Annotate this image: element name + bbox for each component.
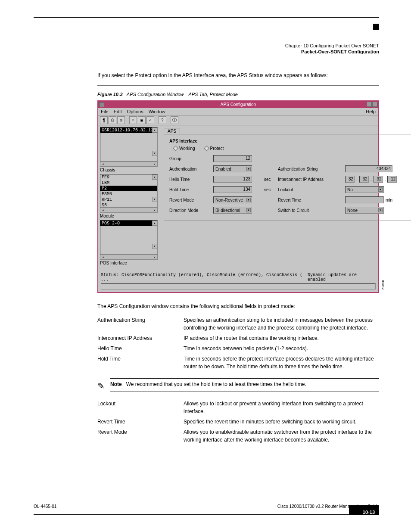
intro-paragraph: If you select the Protect option in the … <box>97 72 379 79</box>
module-label: Module <box>100 214 158 218</box>
ip-octet-4[interactable]: 12 <box>387 176 397 183</box>
auth-select[interactable]: Enabled▾ <box>213 165 252 172</box>
scroll-up-icon[interactable]: ▴ <box>152 128 157 133</box>
scroll-down-icon[interactable]: ▾ <box>152 244 157 249</box>
intro-text: If you select the Protect option in the … <box>97 72 379 79</box>
aps-interface-heading: APS Interface <box>169 139 411 143</box>
window-title: APS Configuration <box>221 102 256 107</box>
toolbar-btn-6[interactable]: ✓ <box>146 116 154 124</box>
field-table-2: LockoutAllows you to lockout or prevent … <box>97 400 379 444</box>
footer-left: OL-4455-01 <box>34 504 56 509</box>
field-desc: Time in seconds before the protect inter… <box>184 355 379 370</box>
window-titlebar: APS Configuration <box>98 101 378 108</box>
list-item[interactable]: FE9 <box>100 174 157 180</box>
status-bar: Status: CiscoPOSFunctionality (errored),… <box>98 271 378 283</box>
revert-time-input[interactable] <box>345 196 384 203</box>
ip-octet-1[interactable]: 32 <box>345 176 355 183</box>
menu-file[interactable]: File <box>101 109 109 114</box>
page-number: 10-13 <box>363 510 375 515</box>
list-item[interactable]: LBM <box>100 180 157 186</box>
divider <box>97 85 379 86</box>
status-right: Dynamic updates are enabled <box>308 273 376 282</box>
note-label: Note <box>110 381 122 387</box>
list-item[interactable]: P2 <box>100 186 157 191</box>
chevron-down-icon: ▾ <box>378 208 383 212</box>
menu-edit[interactable]: Edit <box>114 109 122 114</box>
figure-caption: Figure 10-3 APS Configuration Window—APS… <box>97 92 379 97</box>
revert-mode-select[interactable]: Non-Revertive▾ <box>213 196 252 203</box>
list-item[interactable]: S5 <box>100 202 157 207</box>
chassis-listbox[interactable]: FE9 LBM P2 PSM0 RP11 S5 ▴ ▾ <box>100 174 158 208</box>
switch-to-circuit-select[interactable]: None▾ <box>345 207 384 214</box>
toolbar-btn-1[interactable]: ¶ <box>100 116 108 124</box>
list-item[interactable]: GSR12012-10.76.82.139 <box>100 128 157 133</box>
field-desc: Time in seconds between hello packets (1… <box>184 345 379 352</box>
toolbar: ¶ ⎙ ✉ ≡ ▣ ✓ ? ⓘ <box>98 115 378 125</box>
menu-window[interactable]: Window <box>149 109 165 114</box>
hold-unit: sec <box>264 187 274 192</box>
toolbar-btn-3[interactable]: ✉ <box>117 116 125 124</box>
toolbar-btn-info[interactable]: ⓘ <box>171 116 178 124</box>
radio-protect[interactable]: Protect <box>205 146 224 151</box>
note-block: ✎ Note We recommend that you set the hol… <box>97 378 379 392</box>
scroll-down-icon[interactable]: ▾ <box>152 151 157 156</box>
ip-octet-3[interactable]: 32 <box>374 176 383 183</box>
hello-time-input[interactable]: 123 <box>213 176 252 183</box>
field-desc: Specifies the revert time in minutes bef… <box>184 418 379 426</box>
list-item[interactable]: POS 2-0 <box>100 221 157 226</box>
auth-string-label: Authentication String <box>278 167 342 171</box>
aps-fields-grid: Group 12 Authentication Enabled▾ Authent… <box>169 155 411 214</box>
field-name: Hold Time <box>97 355 184 370</box>
group-input[interactable]: 12 <box>213 155 252 162</box>
list-item[interactable]: RP11 <box>100 197 157 202</box>
field-name: Hello Time <box>97 345 184 352</box>
hello-unit: sec <box>264 177 274 182</box>
diamond-icon <box>173 146 178 151</box>
auth-label: Authentication <box>169 167 211 171</box>
list-item[interactable]: PSM0 <box>100 191 157 197</box>
scroll-up-icon[interactable]: ▴ <box>152 221 157 226</box>
revert-time-label: Revert Time <box>278 198 342 202</box>
direction-mode-label: Direction Mode <box>169 208 211 213</box>
toolbar-btn-4[interactable]: ≡ <box>129 116 137 124</box>
field-desc: Allows you to enable/disable automatic s… <box>184 428 379 444</box>
note-text: We recommend that you set the hold time … <box>126 381 306 387</box>
revert-mode-label: Revert Mode <box>169 198 211 202</box>
toolbar-btn-5[interactable]: ▣ <box>138 116 146 124</box>
toolbar-btn-help[interactable]: ? <box>159 116 166 124</box>
lockout-select[interactable]: No▾ <box>345 186 384 193</box>
direction-mode-select[interactable]: Bi-directional▾ <box>213 207 252 214</box>
ip-octet-2[interactable]: 32 <box>359 176 369 183</box>
system-menu-icon[interactable] <box>99 102 104 107</box>
status-input[interactable] <box>101 283 376 289</box>
hscroll[interactable]: ◂▸ <box>100 255 158 260</box>
note-icon: ✎ <box>97 378 110 392</box>
auth-string-input[interactable]: 434334 <box>345 165 392 172</box>
window-buttons <box>367 102 377 107</box>
scroll-up-icon[interactable]: ▴ <box>152 174 157 180</box>
figure-title: APS Configuration Window—APS Tab, Protec… <box>127 92 238 97</box>
switch-to-circuit-label: Switch to Circuit <box>278 208 342 213</box>
figure-number: Figure 10-3 <box>97 92 123 97</box>
menu-help[interactable]: Help <box>366 109 376 114</box>
tab-aps[interactable]: APS <box>164 128 180 134</box>
left-panel: GSR12012-10.76.82.139 ▴ ▾ ◂▸ Chassis FE9… <box>98 125 159 269</box>
hscroll[interactable]: ◂▸ <box>100 162 158 167</box>
after-lead: The APS Configuration window contains th… <box>97 302 379 310</box>
maximize-icon[interactable] <box>372 102 377 107</box>
field-desc: IP address of the router that contains t… <box>184 334 379 342</box>
toolbar-btn-2[interactable]: ⎙ <box>109 116 116 124</box>
module-listbox[interactable]: POS 2-0 ▴ ▾ <box>100 220 158 255</box>
field-name: Revert Time <box>97 418 184 426</box>
field-desc: Allows you to lockout or prevent a worki… <box>184 400 379 415</box>
minimize-icon[interactable] <box>367 102 372 107</box>
right-panel: APS APS Interface Working Protect Group … <box>159 125 411 269</box>
radio-working[interactable]: Working <box>174 146 195 151</box>
page-corner-marker <box>373 24 379 30</box>
aps-tab-panel: APS Interface Working Protect Group 12 A… <box>164 134 411 221</box>
device-listbox[interactable]: GSR12012-10.76.82.139 ▴ ▾ <box>100 127 158 162</box>
scroll-down-icon[interactable]: ▾ <box>152 197 157 202</box>
hold-time-input[interactable]: 134 <box>213 186 252 193</box>
hscroll[interactable]: ◂▸ <box>100 208 158 213</box>
menu-options[interactable]: Options <box>127 109 143 114</box>
